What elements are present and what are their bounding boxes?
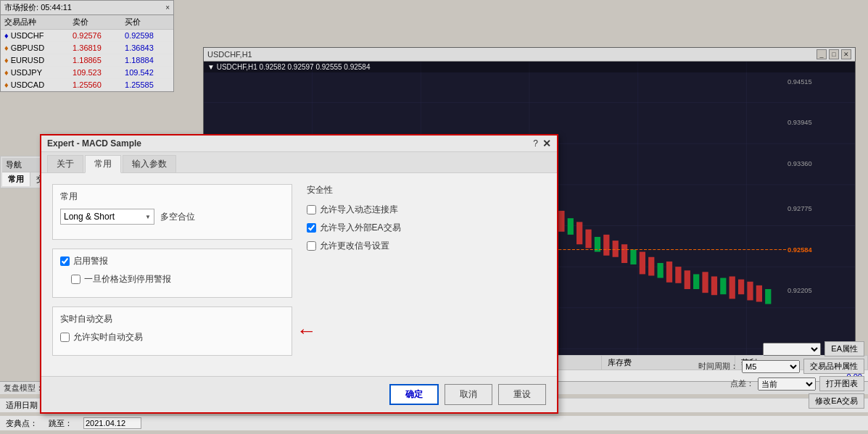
realtime-checkbox-group: 允许实时自动交易: [60, 331, 284, 343]
position-field-group: Long & Short ▼ 多空合位: [60, 209, 284, 225]
allow-ext-ea-label: 允许导入外部EA交易: [320, 222, 401, 234]
security-section-title: 安全性: [307, 184, 547, 196]
realtime-checkbox[interactable]: [60, 333, 70, 342]
reset-button[interactable]: 重设: [498, 384, 546, 405]
confirm-button[interactable]: 确定: [389, 384, 439, 405]
combo-arrow-icon: ▼: [145, 214, 151, 220]
realtime-section: 实时自动交易 允许实时自动交易 ←: [52, 306, 292, 356]
realtime-section-title: 实时自动交易: [60, 313, 284, 325]
common-section-title: 常用: [60, 191, 284, 203]
tab-about[interactable]: 关于: [47, 155, 83, 172]
alarm-enable-group: 启用警报: [60, 255, 284, 267]
security-option-2: 允许导入外部EA交易: [307, 222, 547, 234]
red-arrow-indicator: ←: [297, 320, 317, 343]
dialog-overlay: Expert - MACD Sample ? ✕ 关于 常用 输入参数 常用 L…: [0, 0, 868, 434]
dialog-title: Expert - MACD Sample: [47, 138, 141, 149]
tab-input-params[interactable]: 输入参数: [123, 155, 176, 172]
dialog-footer: 确定 取消 重设: [41, 376, 557, 412]
dialog-body: 常用 Long & Short ▼ 多空合位 启用警报: [41, 173, 557, 376]
dialog-titlebar: Expert - MACD Sample ? ✕: [41, 135, 557, 152]
alarm-enable-label: 启用警报: [73, 255, 108, 267]
allow-ext-ea-checkbox[interactable]: [307, 223, 316, 233]
position-label: 多空合位: [160, 211, 195, 223]
alarm-section: 启用警报 一旦价格达到停用警报: [52, 249, 292, 298]
expert-dialog: Expert - MACD Sample ? ✕ 关于 常用 输入参数 常用 L…: [40, 134, 558, 414]
allow-dll-checkbox[interactable]: [307, 205, 316, 214]
dialog-tabs: 关于 常用 输入参数: [41, 152, 557, 173]
realtime-label: 允许实时自动交易: [73, 331, 143, 343]
dialog-left-panel: 常用 Long & Short ▼ 多空合位 启用警报: [52, 184, 292, 365]
allow-signal-checkbox[interactable]: [307, 241, 316, 251]
dialog-titlebar-buttons: ? ✕: [533, 138, 551, 149]
allow-signal-label: 允许更改信号设置: [320, 240, 389, 252]
cancel-button[interactable]: 取消: [445, 384, 492, 405]
tab-common[interactable]: 常用: [85, 155, 121, 173]
alarm-enable-checkbox[interactable]: [60, 256, 70, 266]
position-combo[interactable]: Long & Short ▼: [60, 209, 154, 225]
security-option-3: 允许更改信号设置: [307, 240, 547, 252]
dialog-right-panel: 安全性 允许导入动态连接库 允许导入外部EA交易 允许更改信号设置: [307, 184, 547, 365]
dialog-close-button[interactable]: ✕: [542, 138, 551, 149]
alarm-disable-label: 一旦价格达到停用警报: [84, 273, 171, 285]
combo-value: Long & Short: [64, 212, 115, 222]
help-button[interactable]: ?: [533, 138, 538, 149]
common-section: 常用 Long & Short ▼ 多空合位: [52, 184, 292, 240]
alarm-disable-checkbox[interactable]: [71, 275, 80, 284]
security-option-1: 允许导入动态连接库: [307, 204, 547, 216]
allow-dll-label: 允许导入动态连接库: [320, 204, 398, 216]
alarm-disable-group: 一旦价格达到停用警报: [71, 273, 284, 285]
